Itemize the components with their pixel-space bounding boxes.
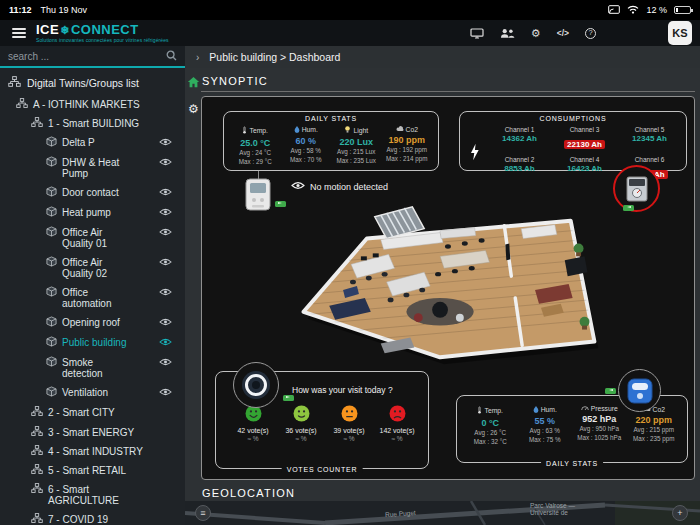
map-poi-label: Parc Valrose — Université de xyxy=(530,502,594,516)
sitemap-icon xyxy=(31,117,43,129)
eye-icon[interactable] xyxy=(159,357,172,368)
sidebar-item-label: Ventilation xyxy=(62,387,108,398)
stat-max: Max : 214 ppm xyxy=(386,155,428,162)
map-menu-button[interactable]: ≡ xyxy=(195,505,211,521)
subheader: › Public building > Dashboard xyxy=(0,46,700,68)
sidebar-item-label: DHW & Heat Pump xyxy=(62,157,136,179)
monitor-icon[interactable] xyxy=(470,28,484,39)
eye-icon[interactable] xyxy=(159,287,172,298)
search-box xyxy=(0,46,185,68)
sidebar-item-office-air-quality-01[interactable]: Office Air Quality 01 xyxy=(0,223,185,253)
battery-icon xyxy=(674,6,691,14)
eye-icon[interactable] xyxy=(159,387,172,398)
sitemap-icon xyxy=(16,98,28,110)
eye-icon[interactable] xyxy=(159,137,172,148)
cube-icon xyxy=(46,226,57,239)
breadcrumb: › Public building > Dashboard xyxy=(185,46,700,68)
chevron-right-icon[interactable]: › xyxy=(196,52,199,63)
sidebar-item-4-smart-industry[interactable]: 4 - Smart INDUSTRY xyxy=(0,442,185,461)
mini-toolbar: ⚙ xyxy=(187,74,200,115)
stat-avg: Avg : 192 ppm xyxy=(387,146,428,153)
sidebar-item-door-contact[interactable]: Door contact xyxy=(0,183,185,203)
sidebar-item-7-covid-19[interactable]: 7 - COVID 19 xyxy=(0,510,185,525)
avatar[interactable]: KS xyxy=(668,21,692,45)
sidebar-item-2-smart-city[interactable]: 2 - Smart CITY xyxy=(0,403,185,422)
eye-icon[interactable] xyxy=(159,227,172,238)
sidebar-item-label: Public building xyxy=(62,337,127,348)
eye-icon[interactable] xyxy=(159,207,172,218)
sidebar-item-public-building[interactable]: Public building xyxy=(0,333,185,353)
vote-option-unhappy: 39 vote(s)≈ % xyxy=(326,405,372,442)
sidebar-item-label: Office Air Quality 01 xyxy=(62,227,136,249)
smiley-angry-icon xyxy=(389,405,406,426)
gear-icon[interactable]: ⚙ xyxy=(531,28,541,39)
channel-value: 14362 Ah xyxy=(487,134,552,143)
stat-hum: Hum.60 %Avg : 58 %Max : 70 % xyxy=(281,125,332,165)
smiley-feedback-device[interactable] xyxy=(233,362,279,408)
bulb-icon xyxy=(344,125,351,135)
sidebar-item-ventilation[interactable]: Ventilation xyxy=(0,383,185,403)
eye-icon[interactable] xyxy=(159,187,172,198)
vote-option-pleased: 36 vote(s)≈ % xyxy=(278,405,324,442)
sidebar-item-a-iothink-markets[interactable]: A - IOTHINK MARKETS xyxy=(0,95,185,114)
sidebar-item-6-smart-agriculture[interactable]: 6 - Smart AGRICULTURE xyxy=(0,480,185,510)
cube-icon xyxy=(46,336,57,349)
search-icon[interactable] xyxy=(166,47,177,65)
search-input[interactable] xyxy=(8,51,162,62)
help-icon[interactable]: ? xyxy=(585,28,596,39)
eye-icon[interactable] xyxy=(159,317,172,328)
sidebar-item-1-smart-building[interactable]: 1 - Smart BUILDING xyxy=(0,114,185,133)
sidebar-title: Digital Twins/Groups list xyxy=(0,71,185,95)
users-icon[interactable] xyxy=(500,28,515,38)
sitemap-icon xyxy=(31,406,43,418)
channel-value-alarm: 22130 Ah xyxy=(564,140,605,149)
channel-value: 8853 Ah xyxy=(487,164,552,173)
channel-channel-5: Channel 512345 Ah xyxy=(617,126,682,151)
hamburger-menu-icon[interactable] xyxy=(12,28,26,38)
geolocation-map[interactable]: ≡ + Rue Puget Parc Valrose — Université … xyxy=(185,501,700,525)
energy-meter-device[interactable] xyxy=(613,165,660,212)
sidebar-item-office-automation[interactable]: Office automation xyxy=(0,283,185,313)
sidebar: Digital Twins/Groups list A - IOTHINK MA… xyxy=(0,68,185,525)
channel-channel-1: Channel 114362 Ah xyxy=(487,126,552,151)
stat-avg: Avg : 950 hPa xyxy=(580,425,619,432)
stat-value: 60 % xyxy=(295,136,316,146)
sidebar-item-office-air-quality-02[interactable]: Office Air Quality 02 xyxy=(0,253,185,283)
smiley-pleased-icon xyxy=(293,405,310,426)
synoptic-section-title: SYNOPTIC xyxy=(201,68,695,92)
stat-max: Max : 1025 hPa xyxy=(577,434,621,441)
sidebar-item-5-smart-retail[interactable]: 5 - Smart RETAIL xyxy=(0,461,185,480)
consumptions-title: CONSUMPTIONS xyxy=(460,115,686,122)
logo-tagline: Solutions innovantes connectées pour vit… xyxy=(36,37,169,43)
sidebar-item-smoke-detection[interactable]: Smoke detection xyxy=(0,353,185,383)
snowflake-icon: ❄ xyxy=(59,24,71,36)
gear-icon[interactable]: ⚙ xyxy=(188,103,199,115)
thermometer-icon xyxy=(477,405,482,416)
motion-eye-icon xyxy=(291,181,305,192)
screen: 11:12 Thu 19 Nov 12 % ICE❄CONNECT Soluti… xyxy=(0,0,700,525)
weather-station-device[interactable] xyxy=(618,369,661,412)
sidebar-item-opening-roof[interactable]: Opening roof xyxy=(0,313,185,333)
code-icon[interactable]: </> xyxy=(557,29,569,38)
sidebar-item-dhw-heat-pump[interactable]: DHW & Heat Pump xyxy=(0,153,185,183)
sidebar-item-heat-pump[interactable]: Heat pump xyxy=(0,203,185,223)
stat-value: 55 % xyxy=(534,416,555,426)
thermometer-icon xyxy=(242,125,247,136)
status-pill xyxy=(605,388,616,394)
gauge-icon xyxy=(581,405,589,412)
sidebar-item-label: Office automation xyxy=(62,287,136,309)
sidebar-item-delta-p[interactable]: Delta P xyxy=(0,133,185,153)
home-icon[interactable] xyxy=(187,74,200,92)
sitemap-icon xyxy=(8,76,21,89)
map-zoom-button[interactable]: + xyxy=(672,505,688,521)
sidebar-item-3-smart-energy[interactable]: 3 - Smart ENERGY xyxy=(0,423,185,442)
sidebar-item-label: 5 - Smart RETAIL xyxy=(48,465,126,476)
sidebar-item-label: Smoke detection xyxy=(62,357,136,379)
stat-value: 220 ppm xyxy=(635,415,672,425)
vote-option-angry: 142 vote(s)≈ % xyxy=(374,405,420,442)
eye-icon[interactable] xyxy=(159,337,172,348)
eye-icon[interactable] xyxy=(159,257,172,268)
eye-icon[interactable] xyxy=(159,157,172,168)
thermostat-device[interactable] xyxy=(245,178,271,215)
sidebar-item-label: Heat pump xyxy=(62,207,111,218)
